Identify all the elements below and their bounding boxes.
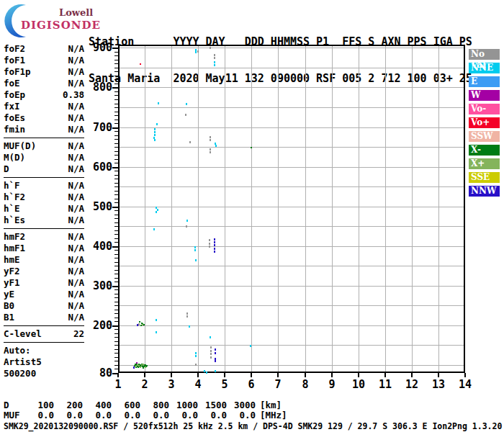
scatter-point-noval [186,225,187,228]
legend-item: No Val [469,49,500,60]
row-value: 0.0 [198,410,227,420]
row-value: 100 [25,400,54,410]
scatter-point-noval [210,350,212,352]
legend-item: W [469,90,500,101]
scatter-point-nne [194,246,196,248]
scatter-point-noval [210,148,211,150]
scatter-point-noval [210,346,212,348]
scatter-point-noval [185,114,186,116]
row-label: MUF [4,410,25,420]
scatter-point-x+ [140,366,141,368]
row-value: 400 [83,400,112,410]
scatter-point-nnw [137,324,138,326]
scatter-point-nne [204,370,205,372]
row-value: 0.0 [25,410,54,420]
row-value: 800 [140,400,169,410]
row-unit: [km] [260,400,282,410]
scatter-point-x- [146,365,148,366]
scatter-point-noval [210,151,211,153]
scatter-point-nne [195,51,197,53]
scatter-point-noval [186,312,188,315]
scatter-point-noval [214,54,215,56]
scatter-point-nne [154,131,156,133]
file-info-footer: SMK29_2020132090000.RSF / 520fx512h 25 k… [4,421,502,431]
scatter-point-nne [206,372,207,374]
scatter-point-nne [158,102,159,104]
scatter-point-nne [153,228,155,230]
scatter-point-noval [195,364,197,366]
row-value: 3000 [227,400,256,410]
scatter-point-nne [156,319,157,321]
row-unit: [MHz] [260,410,287,420]
scatter-point-nne [215,370,216,372]
scatter-point-x- [251,147,252,148]
legend-item: X+ [469,158,500,169]
scatter-point-nnw [214,241,215,243]
row-value: 1000 [169,400,198,410]
scatter-point-nne [186,103,187,105]
row-label: D [4,400,25,410]
legend-item: Vo- [469,104,500,114]
legend-item: X- [469,145,500,156]
scatter-point-noval [138,323,140,325]
legend-item: SSW [469,131,500,142]
scatter-point-noval [186,315,188,318]
scatter-point-vo+ [140,63,141,65]
scatter-point-x+ [143,364,144,365]
row-value: 0.0 [169,410,198,420]
scatter-point-x- [143,324,145,325]
muf-row: MUF0.00.00.00.00.00.00.00.0[MHz] [4,410,287,420]
scatter-point-nne [156,211,157,213]
legend-item: E [469,76,500,87]
row-value: 0.0 [54,410,83,420]
scatter-point-nne [194,249,196,251]
scatter-point-nne [195,355,197,357]
scatter-point-noval [209,246,210,248]
scatter-point-x+ [145,366,146,368]
scatter-point-noval [209,239,210,241]
legend-item: SSE [469,172,500,183]
scatter-point-nne [195,352,197,354]
ionogram-screen: { "logo": {"lowell": "Lowell", "digisond… [0,0,504,432]
scatter-point-noval [210,139,211,141]
scatter-point-x+ [135,366,136,367]
doppler-legend: No ValNNEEWVo-Vo+SSWX-X+SSENNW [469,49,500,199]
row-value: 600 [112,400,140,410]
scatter-point-noval [189,141,191,143]
scatter-point-nne [189,325,190,328]
scatter-point-x- [139,321,140,323]
scatter-point-noval [210,136,211,138]
scatter-point-nne [195,259,197,261]
legend-item: NNE [469,63,500,73]
scatter-point-noval [210,353,212,355]
scatter-point-nne [250,345,251,347]
scatter-point-nne [156,331,157,333]
scatter-point-nne [214,61,215,63]
scatter-point-nnw [214,248,215,250]
row-value: 0.0 [83,410,112,420]
scatter-point-x+ [142,324,143,325]
d-muf-table: D100200400600800100015003000[km]MUF0.00.… [4,400,287,420]
scatter-point-noval [210,47,211,49]
row-value: 1500 [198,400,227,410]
scatter-point-nnw [215,352,216,354]
scatter-point-noval [210,356,212,359]
scatter-point-x- [143,367,144,369]
scatter-point-nnw [215,360,216,362]
scatter-point-noval [197,50,199,53]
row-value: 0.0 [227,410,256,420]
row-value: 0.0 [112,410,140,420]
scatter-point-noval [209,243,210,245]
scatter-point-nnw [215,348,216,351]
scatter-point-nne [156,123,158,125]
legend-item: NNW [469,186,500,197]
scatter-point-nne [210,336,211,338]
row-value: 0.0 [140,410,169,420]
scatter-point-nnw [214,244,215,246]
scatter-point-nne [154,134,156,136]
scatter-point-nne [215,145,217,147]
scatter-point-nne [214,64,215,66]
scatter-point-noval [214,57,215,59]
scatter-point-nnw [214,251,215,253]
row-value: 200 [54,400,83,410]
